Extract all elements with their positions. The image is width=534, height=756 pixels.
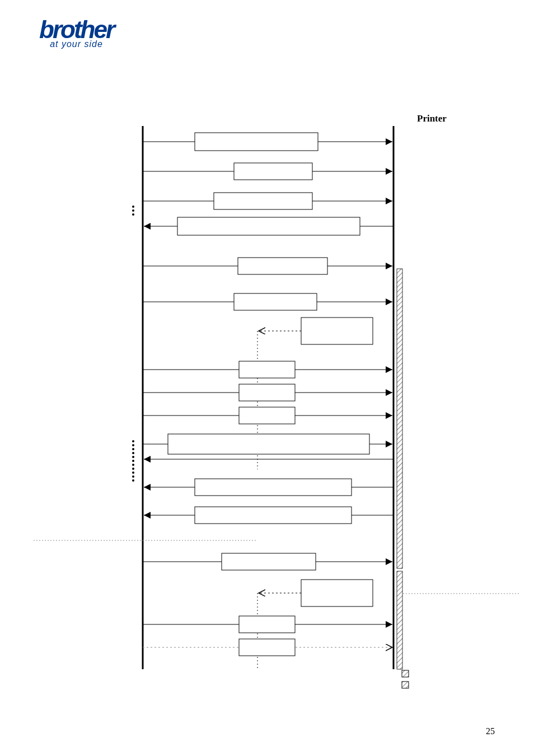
legend-swatch-1 [402,670,409,677]
svg-rect-4 [397,571,402,669]
svg-point-8 [132,209,134,212]
msg-box-b8 [239,361,295,378]
svg-point-9 [132,213,134,216]
msg-box-b9 [239,384,295,401]
svg-point-20 [132,479,134,482]
legend-swatches [401,669,412,692]
page: brother at your side Printer 25 [0,0,534,756]
svg-point-12 [132,448,134,450]
msg-box-b2 [234,163,312,180]
svg-point-13 [132,452,134,454]
svg-point-11 [132,444,134,446]
svg-point-10 [132,440,134,442]
svg-rect-3 [397,269,402,568]
msg-box-b10 [239,407,295,424]
svg-point-17 [132,468,134,470]
svg-point-19 [132,475,134,478]
svg-point-16 [132,464,134,466]
legend-swatch-2 [402,682,409,688]
msg-box-b4 [177,217,360,235]
msg-box-b3 [214,193,312,209]
msg-box-b7 [301,318,373,344]
msg-box-b16 [239,616,295,633]
msg-box-b6 [234,293,317,310]
msg-box-b5 [238,258,327,274]
page-number: 25 [486,726,495,736]
svg-point-15 [132,460,134,462]
svg-point-18 [132,472,134,474]
msg-box-b15 [301,580,373,606]
msg-box-b13 [195,507,352,524]
sequence-diagram [0,0,534,756]
msg-box-b11 [168,434,369,454]
msg-box-b17 [239,639,295,656]
msg-box-b1 [195,133,318,151]
svg-point-14 [132,456,134,458]
svg-point-7 [132,206,134,208]
msg-box-b12 [195,479,352,496]
msg-box-b14 [222,553,316,570]
